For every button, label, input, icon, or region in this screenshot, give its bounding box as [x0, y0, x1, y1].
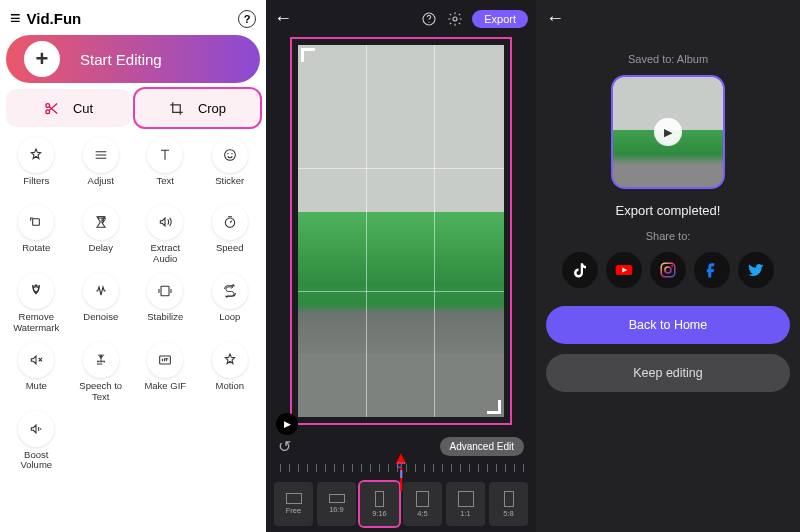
tool-sticker[interactable]: Sticker: [200, 137, 261, 196]
tool-label: Denoise: [83, 312, 118, 332]
video-preview[interactable]: ▶ ▲: [270, 37, 532, 433]
back-icon[interactable]: ←: [546, 8, 564, 29]
speech-to-text-icon: [83, 342, 119, 378]
tool-make-gif[interactable]: Make GIF: [135, 342, 196, 403]
ratio-label: 4:5: [417, 509, 427, 518]
denoise-icon: [83, 273, 119, 309]
filters-icon: [18, 137, 54, 173]
tool-mute[interactable]: Mute: [6, 342, 67, 403]
keep-editing-button[interactable]: Keep editing: [546, 354, 790, 392]
share-youtube-button[interactable]: [606, 252, 642, 288]
tool-label: Rotate: [22, 243, 50, 263]
undo-icon[interactable]: ↺: [278, 437, 291, 456]
timeline-ruler[interactable]: 0": [274, 460, 528, 478]
tool-adjust[interactable]: Adjust: [71, 137, 132, 196]
aspect-ratio-4-5[interactable]: 4:5: [403, 482, 442, 526]
tool-boost-volume[interactable]: BoostVolume: [6, 411, 67, 472]
sticker-icon: [212, 137, 248, 173]
share-tiktok-button[interactable]: [562, 252, 598, 288]
tool-loop[interactable]: Loop: [200, 273, 261, 334]
crop-button[interactable]: Crop: [135, 89, 260, 127]
tool-filters[interactable]: Filters: [6, 137, 67, 196]
tool-label: Text: [157, 176, 174, 196]
tool-label: Speech toText: [79, 381, 122, 403]
start-editing-button[interactable]: + Start Editing: [6, 35, 260, 83]
share-to-label: Share to:: [646, 230, 691, 242]
tool-motion[interactable]: Motion: [200, 342, 261, 403]
tool-text[interactable]: Text: [135, 137, 196, 196]
aspect-ratio-5-8[interactable]: 5:8: [489, 482, 528, 526]
advanced-edit-button[interactable]: Advanced Edit: [440, 437, 525, 456]
plus-icon: +: [24, 41, 60, 77]
svg-point-0: [46, 103, 50, 107]
tool-remove-watermark[interactable]: RemoveWatermark: [6, 273, 67, 334]
tool-label: Mute: [26, 381, 47, 401]
crop-icon: [169, 101, 184, 116]
menu-icon[interactable]: ≡: [10, 8, 21, 29]
motion-icon: [212, 342, 248, 378]
svg-point-1: [46, 109, 50, 113]
loop-icon: [212, 273, 248, 309]
tool-label: Speed: [216, 243, 243, 263]
app-title: Vid.Fun: [27, 10, 82, 27]
share-instagram-button[interactable]: [650, 252, 686, 288]
adjust-icon: [83, 137, 119, 173]
export-completed-label: Export completed!: [616, 203, 721, 218]
cut-button[interactable]: Cut: [6, 89, 131, 127]
tool-stabilize[interactable]: Stabilize: [135, 273, 196, 334]
ratio-box-icon: [458, 491, 474, 507]
svg-point-4: [231, 153, 232, 154]
ratio-box-icon: [286, 493, 302, 504]
exported-video-thumbnail[interactable]: ▶: [611, 75, 725, 189]
help-icon[interactable]: ?: [238, 10, 256, 28]
help-icon[interactable]: [420, 10, 438, 28]
tool-label: Motion: [215, 381, 244, 401]
play-button[interactable]: ▶: [276, 413, 298, 435]
svg-point-2: [224, 150, 235, 161]
tool-label: Stabilize: [147, 312, 183, 332]
ratio-box-icon: [416, 491, 429, 507]
svg-rect-8: [160, 356, 171, 364]
editor-panel: ← Export ▶ ▲ ↺ Advanced Edit 0": [266, 0, 536, 532]
start-editing-label: Start Editing: [80, 51, 162, 68]
tool-speed[interactable]: Speed: [200, 204, 261, 265]
tool-speech-to-text[interactable]: Speech toText: [71, 342, 132, 403]
tool-rotate[interactable]: Rotate: [6, 204, 67, 265]
aspect-ratio-9-16[interactable]: 9:16: [360, 482, 399, 526]
tool-extract-audio[interactable]: ExtractAudio: [135, 204, 196, 265]
tools-panel: ≡ Vid.Fun ? + Start Editing Cut Crop Fil…: [0, 0, 266, 532]
tool-delay[interactable]: Delay: [71, 204, 132, 265]
tool-label: Make GIF: [144, 381, 186, 401]
play-icon: ▶: [654, 118, 682, 146]
delay-icon: [83, 204, 119, 240]
svg-rect-7: [161, 286, 169, 295]
stabilize-icon: [147, 273, 183, 309]
ratio-label: 5:8: [503, 509, 513, 518]
share-twitter-button[interactable]: [738, 252, 774, 288]
make-gif-icon: [147, 342, 183, 378]
speed-icon: [212, 204, 248, 240]
ratio-label: 1:1: [460, 509, 470, 518]
aspect-ratio-16-9[interactable]: 16:9: [317, 482, 356, 526]
tool-label: Sticker: [215, 176, 244, 196]
aspect-ratio-1-1[interactable]: 1:1: [446, 482, 485, 526]
back-to-home-button[interactable]: Back to Home: [546, 306, 790, 344]
svg-point-11: [453, 17, 457, 21]
boost-volume-icon: [18, 411, 54, 447]
rotate-icon: [18, 204, 54, 240]
ratio-label: 16:9: [329, 505, 344, 514]
tool-label: Adjust: [88, 176, 114, 196]
share-facebook-button[interactable]: [694, 252, 730, 288]
tool-label: Loop: [219, 312, 240, 332]
mute-icon: [18, 342, 54, 378]
export-button[interactable]: Export: [472, 10, 528, 28]
tool-label: BoostVolume: [20, 450, 52, 472]
svg-point-10: [429, 21, 430, 22]
tool-denoise[interactable]: Denoise: [71, 273, 132, 334]
settings-icon[interactable]: [446, 10, 464, 28]
back-icon[interactable]: ←: [274, 8, 292, 29]
aspect-ratio-free[interactable]: Free: [274, 482, 313, 526]
tool-label: Delay: [89, 243, 113, 263]
export-result-panel: ← Saved to: Album ▶ Export completed! Sh…: [536, 0, 800, 532]
cut-label: Cut: [73, 101, 93, 116]
